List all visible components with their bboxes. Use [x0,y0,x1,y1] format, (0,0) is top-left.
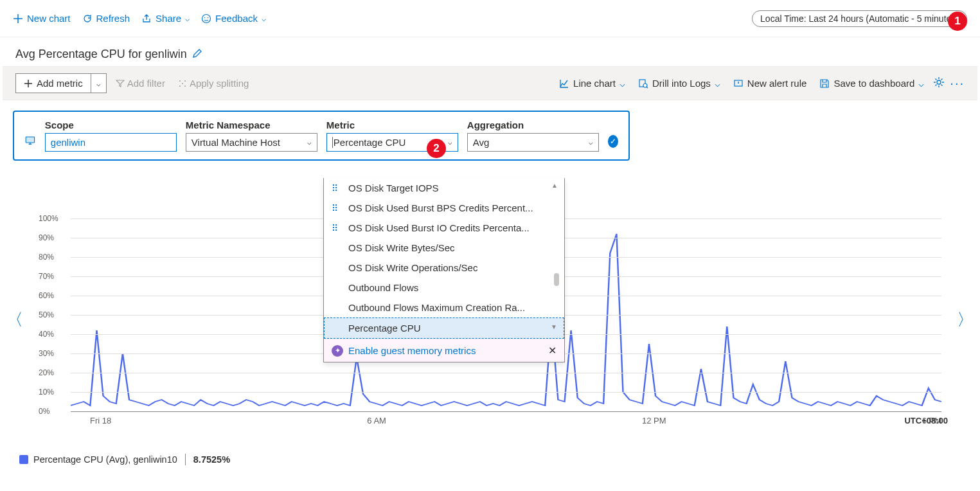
refresh-label: Refresh [96,13,130,24]
chevron-down-icon: ⌵ [448,138,452,147]
compass-icon: ✦ [332,345,343,357]
next-time-range-button[interactable]: 〉 [957,308,974,331]
aggregation-selector[interactable]: Avg ⌵ [467,133,599,152]
metric-option[interactable]: OS Disk Write Operations/Sec [324,258,564,278]
metric-option[interactable]: ⠿OS Disk Used Burst IO Credits Percenta.… [324,218,564,238]
metric-option-label: Outbound Flows Maximum Creation Ra... [348,302,525,313]
chart-type-label: Line chart [573,78,616,89]
gridline [71,392,941,393]
settings-button[interactable] [933,76,945,90]
x-tick: 12 PM [642,416,666,425]
add-metric-label: Add metric [37,78,83,89]
chevron-down-icon: ⌵ [715,78,720,89]
save-icon [819,78,830,89]
chart-type-button[interactable]: Line chart ⌵ [555,78,629,89]
chevron-down-icon: ⌵ [619,78,625,89]
pencil-icon [192,48,202,58]
filter-icon [116,79,125,88]
svg-rect-14 [30,143,30,143]
apply-splitting-label: Apply splitting [190,78,249,89]
drill-logs-button[interactable]: Drill into Logs ⌵ [634,78,724,89]
new-alert-rule-button[interactable]: New alert rule [729,78,811,89]
metric-label: Metric [326,120,458,130]
metric-option[interactable]: Outbound Flows [324,278,564,298]
enable-guest-metrics-link[interactable]: ✦ Enable guest memory metrics ✕ [324,339,564,362]
namespace-selector[interactable]: Virtual Machine Host ⌵ [186,133,317,152]
legend-swatch [19,455,28,464]
metric-option[interactable]: ⠿OS Disk Used Burst BPS Credits Percent.… [324,198,564,218]
chevron-down-icon: ⌵ [918,78,924,89]
metric-value: Percentage CPU [332,137,406,148]
svg-rect-12 [26,137,34,143]
time-range-selector[interactable]: Local Time: Last 24 hours (Automatic - 5… [752,10,967,27]
confirm-check-icon[interactable]: ✓ [608,135,618,148]
save-to-dashboard-button[interactable]: Save to dashboard ⌵ [815,78,928,89]
apply-splitting-button: Apply splitting [174,78,253,89]
save-dashboard-label: Save to dashboard [833,78,914,89]
metric-option-label: OS Disk Write Bytes/Sec [348,242,455,253]
svg-point-5 [179,85,181,87]
metric-option-label: Percentage CPU [348,323,421,334]
more-options-button[interactable]: ··· [950,76,965,91]
metric-option[interactable]: ⠿OS Disk Target IOPS [324,178,564,198]
scope-selector[interactable]: genliwin [45,133,177,152]
aggregation-label: Aggregation [467,120,599,130]
add-filter-button: Add filter [112,78,169,89]
chart-legend: Percentage CPU (Avg), genliwin10 8.7525% [19,454,230,465]
metric-toolbar: Add metric ⌵ Add filter Apply splitting … [3,66,977,100]
x-tick: Fri 18 [90,416,111,425]
refresh-button[interactable]: Refresh [82,13,130,24]
share-button[interactable]: Share ⌵ [141,13,190,24]
metric-selector-panel: Scope genliwin Metric Namespace Virtual … [13,111,630,161]
enable-guest-metrics-label: Enable guest memory metrics [348,345,476,356]
scatter-icon: ⠿ [332,223,338,233]
svg-point-4 [184,80,186,82]
logs-icon [638,78,648,89]
scatter-icon: ⠿ [332,203,338,213]
aggregation-value: Avg [473,137,490,148]
line-chart-icon [559,78,569,89]
chevron-down-icon: ⌵ [185,14,190,23]
metric-dropdown: ▲ ⠿OS Disk Target IOPS ⠿OS Disk Used Bur… [323,178,565,362]
feedback-button[interactable]: Feedback ⌵ [201,13,266,24]
y-tick: 20% [39,368,54,377]
previous-time-range-button[interactable]: 〈 [6,308,23,331]
metric-option-selected[interactable]: Percentage CPU [324,317,564,339]
scope-label: Scope [45,120,177,130]
edit-title-button[interactable] [192,48,202,60]
namespace-label: Metric Namespace [186,120,317,130]
metric-option[interactable]: OS Disk Write Bytes/Sec [324,238,564,258]
y-tick: 30% [39,349,54,358]
drill-logs-label: Drill into Logs [652,78,711,89]
x-tick: 6 AM [367,416,386,425]
divider [185,454,186,465]
svg-point-0 [202,14,211,22]
y-tick: 40% [39,330,54,339]
share-icon [141,13,152,24]
add-metric-button[interactable]: Add metric [15,73,91,93]
chevron-down-icon: ⌵ [589,138,593,147]
namespace-value: Virtual Machine Host [192,137,280,148]
metric-option-label: OS Disk Used Burst BPS Credits Percent..… [348,202,533,213]
metric-option[interactable]: Outbound Flows Maximum Creation Ra... [324,298,564,317]
svg-point-3 [179,80,181,82]
time-range-label: Local Time: Last 24 hours (Automatic - 5… [760,13,959,24]
x-axis-labels: Fri 18 6 AM 12 PM 6 PM [90,416,941,425]
svg-point-7 [182,83,183,84]
close-icon[interactable]: ✕ [548,344,557,357]
add-metric-dropdown-button[interactable]: ⌵ [91,73,107,93]
scatter-icon: ⠿ [332,183,338,193]
new-chart-button[interactable]: New chart [13,13,71,24]
plus-icon [13,13,23,24]
gridline [71,373,941,373]
chart-title: Avg Percentage CPU for genliwin [15,48,187,61]
svg-point-1 [204,17,206,18]
metric-option-label: Outbound Flows [348,282,418,293]
gear-icon [933,76,945,88]
y-tick: 50% [39,310,54,319]
legend-series-value: 8.7525% [193,454,230,465]
metric-option-label: OS Disk Used Burst IO Credits Percenta..… [348,222,530,233]
legend-series-name: Percentage CPU (Avg), genliwin10 [33,454,177,465]
svg-point-6 [184,85,186,87]
y-tick: 60% [39,291,54,300]
